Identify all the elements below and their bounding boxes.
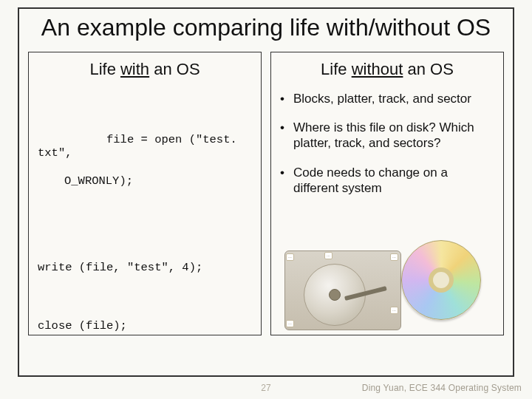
code-line-1a: file = open ("test. txt", bbox=[38, 133, 244, 160]
slide-footer: 27 Ding Yuan, ECE 344 Operating System bbox=[0, 383, 532, 393]
panel-with-os-heading: Life with an OS bbox=[38, 60, 252, 79]
columns: Life with an OS file = open ("test. txt"… bbox=[19, 52, 513, 344]
code-line-3: close (file); bbox=[38, 319, 252, 333]
page-number: 27 bbox=[261, 383, 270, 393]
list-item: Blocks, platter, track, and sector bbox=[280, 91, 494, 106]
heading-underline: with bbox=[120, 60, 149, 78]
heading-pre: Life bbox=[89, 60, 120, 78]
list-item: Where is this file on disk? Which platte… bbox=[280, 120, 494, 151]
heading-pre: Life bbox=[321, 60, 352, 78]
slide-title: An example comparing life with/without O… bbox=[19, 9, 513, 52]
list-item: Code needs to change on a different syst… bbox=[280, 165, 494, 197]
bullet-list: Blocks, platter, track, and sector Where… bbox=[280, 91, 494, 196]
optical-disc-illustration bbox=[401, 240, 481, 320]
heading-underline: without bbox=[352, 60, 403, 78]
code-block: file = open ("test. txt", O_WRONLY); wri… bbox=[38, 91, 252, 335]
panel-without-os: Life without an OS Blocks, platter, trac… bbox=[270, 52, 504, 335]
panel-with-os: Life with an OS file = open ("test. txt"… bbox=[28, 52, 262, 335]
heading-post: an OS bbox=[149, 60, 200, 78]
code-line-2: write (file, "test", 4); bbox=[38, 261, 252, 275]
credit-line: Ding Yuan, ECE 344 Operating System bbox=[362, 383, 522, 393]
panel-without-os-heading: Life without an OS bbox=[280, 60, 494, 79]
slide-frame: An example comparing life with/without O… bbox=[18, 7, 514, 377]
heading-post: an OS bbox=[403, 60, 453, 78]
code-line-1b: O_WRONLY); bbox=[38, 174, 252, 188]
hard-drive-illustration: ··· ··· ··· ··· ··· bbox=[284, 250, 401, 330]
